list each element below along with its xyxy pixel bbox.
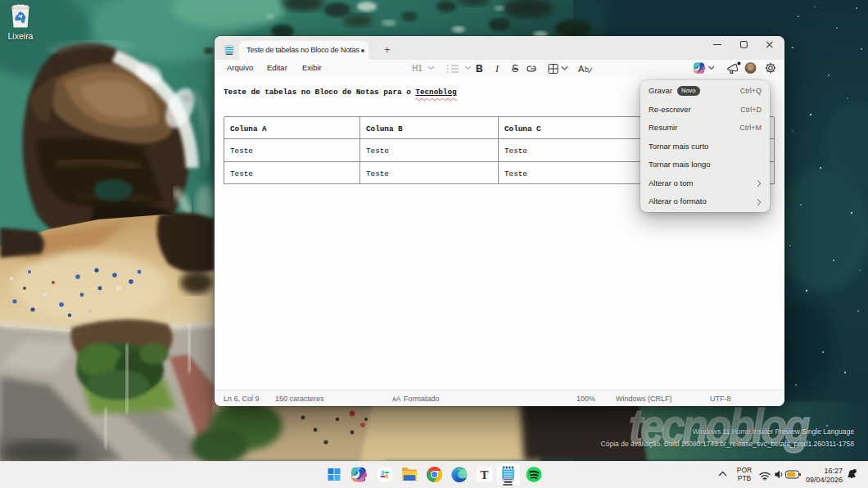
svg-text:Coluna C: Coluna C <box>504 124 541 133</box>
svg-text:Teste: Teste <box>230 147 253 156</box>
svg-text:Teste: Teste <box>366 147 389 156</box>
svg-text:I: I <box>495 63 500 75</box>
svg-text:PTB: PTB <box>738 474 752 482</box>
svg-text:16:27: 16:27 <box>824 467 843 475</box>
svg-text:Teste: Teste <box>504 169 527 178</box>
svg-text:Teste: Teste <box>504 147 527 156</box>
svg-text:Coluna B: Coluna B <box>366 124 403 133</box>
svg-text:B: B <box>476 63 483 75</box>
svg-text:S: S <box>512 63 518 75</box>
svg-text:H1: H1 <box>412 64 423 73</box>
svg-text:T: T <box>480 468 488 481</box>
svg-text:Teste: Teste <box>366 169 389 178</box>
svg-text:b: b <box>585 66 589 74</box>
svg-text:Coluna A: Coluna A <box>230 124 267 133</box>
svg-text:09/04/2026: 09/04/2026 <box>806 476 843 484</box>
svg-text:POR: POR <box>737 466 752 474</box>
svg-text:A: A <box>578 64 585 74</box>
svg-text:Teste: Teste <box>230 169 253 178</box>
